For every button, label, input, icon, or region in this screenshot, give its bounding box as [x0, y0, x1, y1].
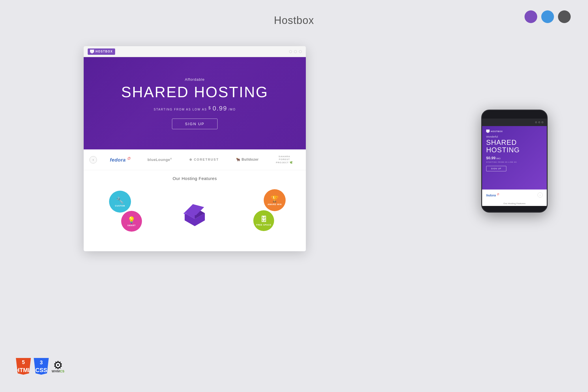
page-title: Hostbox: [0, 0, 588, 27]
phone-dot-1: [535, 121, 537, 123]
price-prefix: STARTING FROM AS LOW AS: [154, 108, 207, 111]
custom-icon: 🔧: [116, 197, 124, 204]
phone-logo-text: HOSTBOX: [491, 130, 503, 132]
price-suffix: /MO: [229, 108, 236, 111]
phone-wonderful: Wonderful: [486, 135, 543, 138]
html5-number: 5: [21, 360, 26, 365]
smart-label: SMART: [128, 224, 136, 226]
center-box: [182, 203, 208, 227]
box-svg: [182, 203, 208, 226]
logo-bluelounge: blueLounge®: [147, 157, 172, 162]
free-space-icon: 🗄: [261, 216, 267, 223]
phone-title-line2: HOSTING: [486, 146, 520, 154]
whmcs-badge: ⚙ WHMCS: [52, 360, 64, 373]
phone-dot-3: [542, 121, 543, 123]
phone-price: $0.99 /MO: [486, 156, 543, 160]
phone-next-arrow[interactable]: ›: [538, 192, 543, 198]
hero-affordable-text: Affordable: [121, 77, 268, 82]
html5-badge: HTML 5: [16, 358, 31, 375]
browser-bar: HOSTBOX: [84, 46, 306, 57]
whmcs-label: WHMCS: [52, 370, 64, 373]
logos-bar: ‹ fedora ⓕ blueLounge® ⊕ CORETRUST 🐂 Bul…: [84, 149, 306, 170]
logo-fedora: fedora ⓕ: [110, 157, 130, 163]
hero-section: Affordable SHARED HOSTING STARTING FROM …: [84, 57, 306, 149]
phone-starting: STARTING FROM AS LOW AS: [486, 161, 543, 163]
smart-icon: 💡: [128, 216, 136, 224]
css3-badge: CSS 3: [34, 358, 49, 375]
award-icon: 🏆: [271, 195, 279, 203]
browser-logo: HOSTBOX: [88, 48, 115, 55]
browser-dot-2: [294, 50, 297, 53]
browser-window-controls: [289, 50, 302, 53]
dot-dark[interactable]: [558, 10, 571, 23]
phone-title: SHARED HOSTING: [486, 139, 543, 154]
phone-dot-2: [538, 121, 540, 123]
phone-price-amount: $0.99: [486, 156, 496, 160]
feature-smart: 💡 SMART: [121, 211, 142, 232]
phone-logo-icon: [486, 130, 490, 133]
hero-price: STARTING FROM AS LOW AS $ 0.99 /MO: [121, 105, 268, 112]
tech-badges: HTML 5 CSS 3 ⚙ WHMCS: [16, 358, 64, 375]
logos-row: fedora ⓕ blueLounge® ⊕ CORETRUST 🐂 Bulld…: [103, 155, 300, 164]
feature-award: 🏆 AWARD WIN: [264, 189, 286, 211]
price-dollar: $: [208, 105, 211, 110]
phone-fedora-logo: fedora ⓕ: [486, 193, 499, 197]
signup-button[interactable]: SIGN UP: [172, 119, 217, 129]
whmcs-gear-icon: ⚙: [53, 360, 63, 371]
dot-blue[interactable]: [541, 10, 554, 23]
css3-number: 3: [39, 360, 44, 366]
phone-signup-button[interactable]: SIGN UP: [486, 166, 506, 171]
phone-features-title: Our Hosting Features: [482, 200, 547, 206]
price-amount: 0.99: [213, 105, 227, 112]
phone-logo-bar: HOSTBOX: [486, 130, 543, 133]
logos-prev-button[interactable]: ‹: [89, 156, 97, 164]
features-section: Our Hosting Features 🔧 CUSTOM 💡 SMART: [84, 170, 306, 251]
phone-top-bar: [482, 119, 547, 126]
phone-screen: HOSTBOX Wonderful SHARED HOSTING $0.99 /…: [482, 126, 547, 190]
features-area: 🔧 CUSTOM 💡 SMART: [89, 188, 300, 243]
hero-content: Affordable SHARED HOSTING STARTING FROM …: [121, 77, 268, 129]
logo-icon: [90, 50, 94, 54]
award-label: AWARD WIN: [268, 203, 282, 205]
logo-coretrust: ⊕ CORETRUST: [189, 158, 219, 162]
logo-text: HOSTBOX: [95, 50, 113, 53]
free-space-label: FREE SPACE: [256, 224, 271, 226]
custom-label: CUSTOM: [115, 205, 125, 207]
hero-title: SHARED HOSTING: [121, 84, 268, 100]
feature-custom: 🔧 CUSTOM: [109, 191, 131, 213]
features-title: Our Hosting Features: [89, 176, 300, 181]
phone-mockup: HOSTBOX Wonderful SHARED HOSTING $0.99 /…: [481, 110, 548, 213]
browser-dot-1: [289, 50, 292, 53]
browser-dot-3: [299, 50, 302, 53]
color-theme-dots: [525, 10, 571, 23]
phone-title-line1: SHARED: [486, 138, 517, 146]
dot-purple[interactable]: [525, 10, 537, 23]
feature-free-space: 🗄 FREE SPACE: [253, 210, 274, 231]
html5-label: HTML: [15, 367, 31, 373]
logo-sahara: SAHARAFORESTPROJECT 🌿: [276, 155, 293, 164]
logo-bulldozer: 🐂 Bulldozer: [236, 157, 259, 162]
css3-label: CSS: [35, 367, 47, 373]
browser-mockup: HOSTBOX Affordable SHARED HOSTING STARTI…: [84, 46, 306, 251]
phone-logos-bar: fedora ⓕ ›: [482, 190, 547, 200]
